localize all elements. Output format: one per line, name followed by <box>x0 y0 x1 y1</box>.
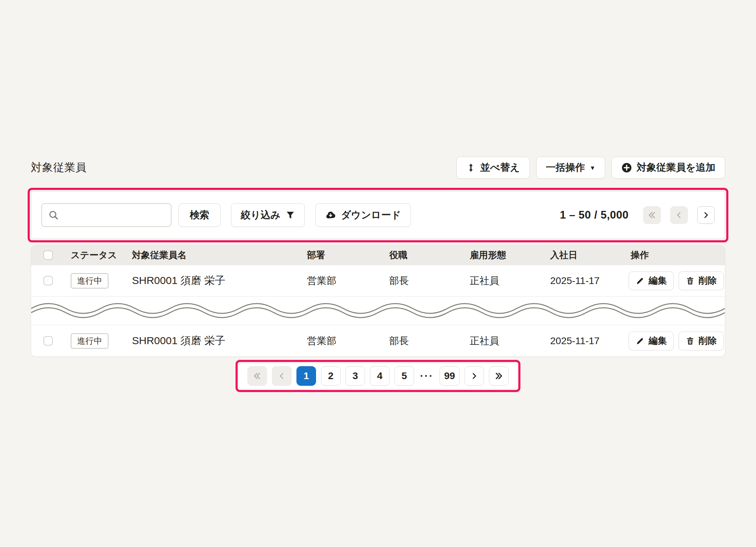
page-button-5[interactable]: 5 <box>394 366 414 386</box>
pagination: 1 2 3 4 5 ··· 99 <box>239 363 517 389</box>
status-badge: 進行中 <box>71 273 108 289</box>
pencil-icon <box>636 276 645 285</box>
last-page-button[interactable] <box>489 366 509 386</box>
page-button-2[interactable]: 2 <box>321 366 341 386</box>
page-button-3[interactable]: 3 <box>345 366 365 386</box>
employee-join-date: 2025-11-17 <box>545 335 625 347</box>
add-employee-label: 対象従業員を追加 <box>637 161 715 174</box>
add-employee-button[interactable]: 対象従業員を追加 <box>611 157 725 179</box>
prev-page-button[interactable] <box>272 366 292 386</box>
page-button-99[interactable]: 99 <box>440 366 460 386</box>
employee-position: 部長 <box>384 274 464 287</box>
column-header-join-date: 入社日 <box>545 249 625 261</box>
toolbar: 検索 絞り込み ダウンロード 1 – 50 / 5,000 <box>31 191 725 239</box>
pagination-highlight-box: 1 2 3 4 5 ··· 99 <box>236 360 520 392</box>
bulk-actions-label: 一括操作 <box>546 161 585 174</box>
employee-position: 部長 <box>384 334 464 348</box>
sort-button[interactable]: 並べ替え <box>456 157 530 179</box>
chevron-down-icon: ▼ <box>590 165 596 171</box>
result-range-text: 1 – 50 / 5,000 <box>560 209 629 221</box>
edit-button[interactable]: 編集 <box>629 271 674 290</box>
pencil-icon <box>636 336 645 346</box>
delete-button[interactable]: 削除 <box>679 271 724 290</box>
chevron-left-icon <box>675 211 683 219</box>
search-input[interactable] <box>59 204 171 226</box>
column-header-name: 対象従業員名 <box>126 249 301 261</box>
double-chevron-left-icon <box>253 371 262 381</box>
toolbar-highlight-box: 検索 絞り込み ダウンロード 1 – 50 / 5,000 <box>28 188 728 242</box>
employee-employment-type: 正社員 <box>464 334 545 348</box>
title-actions: 並べ替え 一括操作 ▼ 対象従業員を追加 <box>456 157 725 179</box>
trash-icon <box>686 276 695 285</box>
search-icon <box>48 210 59 220</box>
prev-page-button[interactable] <box>670 206 688 224</box>
pagination-ellipsis: ··· <box>419 370 435 382</box>
status-badge: 進行中 <box>71 333 108 349</box>
employee-employment-type: 正社員 <box>464 274 545 287</box>
edit-button-label: 編集 <box>649 335 667 347</box>
employee-department: 営業部 <box>301 274 384 287</box>
chevron-left-icon <box>278 372 286 380</box>
page-button-4[interactable]: 4 <box>370 366 390 386</box>
filter-button-label: 絞り込み <box>241 208 280 222</box>
delete-button-label: 削除 <box>699 275 717 287</box>
employee-department: 営業部 <box>301 334 384 348</box>
employee-name: SHR0001 須磨 栄子 <box>126 274 301 288</box>
column-header-position: 役職 <box>384 249 464 261</box>
double-chevron-left-icon <box>648 211 657 220</box>
search-button[interactable]: 検索 <box>178 203 220 227</box>
column-header-operations: 操作 <box>625 249 725 261</box>
select-all-checkbox[interactable] <box>43 250 53 260</box>
page-button-1[interactable]: 1 <box>296 366 316 386</box>
filter-button[interactable]: 絞り込み <box>231 203 305 227</box>
employee-list-page: 対象従業員 並べ替え 一括操作 ▼ 対象従業員を追加 <box>0 0 756 547</box>
download-button-label: ダウンロード <box>341 208 401 222</box>
table-header-row: ステータス 対象従業員名 部署 役職 雇用形態 入社日 操作 <box>31 245 725 265</box>
chevron-right-icon <box>470 372 478 380</box>
trash-icon <box>686 336 695 346</box>
edit-button[interactable]: 編集 <box>629 332 674 350</box>
chevron-right-icon <box>702 211 710 219</box>
next-page-button[interactable] <box>697 206 715 224</box>
download-button[interactable]: ダウンロード <box>315 203 411 227</box>
edit-button-label: 編集 <box>649 275 667 287</box>
sort-updown-icon <box>466 163 476 172</box>
employee-table: ステータス 対象従業員名 部署 役職 雇用形態 入社日 操作 進行中 SHR00… <box>31 245 725 357</box>
toolbar-pager <box>643 206 715 224</box>
employee-join-date: 2025-11-17 <box>545 275 625 286</box>
column-header-employment-type: 雇用形態 <box>464 249 545 261</box>
column-header-status: ステータス <box>65 249 126 261</box>
funnel-icon <box>286 211 295 220</box>
plus-circle-icon <box>621 162 632 173</box>
next-page-button[interactable] <box>464 366 484 386</box>
employee-name: SHR0001 須磨 栄子 <box>126 334 301 348</box>
bulk-actions-button[interactable]: 一括操作 ▼ <box>536 157 606 179</box>
sort-button-label: 並べ替え <box>480 161 520 174</box>
title-row: 対象従業員 並べ替え 一括操作 ▼ 対象従業員を追加 <box>31 156 725 179</box>
double-chevron-right-icon <box>494 371 503 381</box>
table-row: 進行中 SHR0001 須磨 栄子 営業部 部長 正社員 2025-11-17 … <box>31 265 725 296</box>
page-title: 対象従業員 <box>31 160 87 175</box>
search-box <box>41 203 172 227</box>
delete-button-label: 削除 <box>699 335 717 347</box>
column-header-department: 部署 <box>301 249 384 261</box>
select-row-checkbox[interactable] <box>43 276 53 285</box>
truncation-wave-divider <box>31 296 725 325</box>
delete-button[interactable]: 削除 <box>679 332 724 350</box>
table-row: 進行中 SHR0001 須磨 栄子 営業部 部長 正社員 2025-11-17 … <box>31 325 725 356</box>
select-row-checkbox[interactable] <box>43 336 53 346</box>
search-button-label: 検索 <box>190 208 209 222</box>
first-page-button[interactable] <box>643 206 661 224</box>
cloud-download-icon <box>325 210 336 221</box>
first-page-button[interactable] <box>247 366 267 386</box>
